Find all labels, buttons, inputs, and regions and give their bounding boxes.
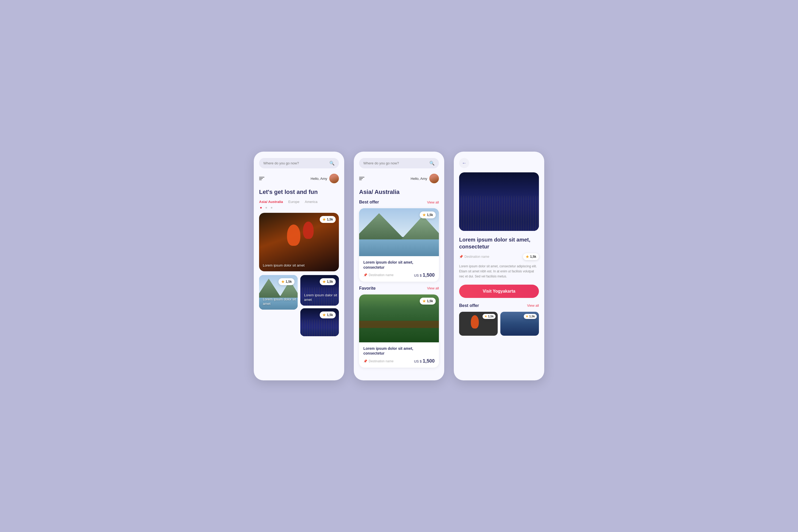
small-card-label-2: Lorem ipsum dalor sit amet xyxy=(304,293,339,302)
dot-3 xyxy=(271,207,272,209)
avatar-1 xyxy=(329,174,339,183)
dest-text-2: Destination name xyxy=(369,359,394,363)
hello-user-1: Hello, Amy xyxy=(311,174,339,183)
small-card-1[interactable]: ★ 1,5k Lorem ipsum dolor sit amet xyxy=(259,275,298,310)
favorite-card[interactable]: ★ 1,5k Lorem ipsum dolor sit amet, conse… xyxy=(359,294,439,367)
page-title-2: Asia/ Australia xyxy=(359,189,439,195)
offer-card-title-2: Lorem ipsum dolor sit amet, consectetur xyxy=(363,346,435,356)
hero-card-1[interactable]: ★ 1,5k Lorem ipsum dolor sit amet xyxy=(259,213,339,271)
greeting-1: Hello, Amy xyxy=(311,177,327,180)
phones-container: 🔍 Hello, Amy Let's get lost and fun Asia… xyxy=(254,152,544,380)
detail-hero-img xyxy=(459,172,539,231)
small-card-label-1: Lorem ipsum dolor sit amet xyxy=(263,297,298,306)
price-1: US $ 1,500 xyxy=(414,272,435,278)
visit-button[interactable]: Visit Yogyakarta xyxy=(459,285,539,298)
hero-badge-count: 1,5k xyxy=(327,217,333,221)
header-row-2: Hello, Amy xyxy=(359,174,439,183)
search-input-2[interactable] xyxy=(363,161,429,165)
favorite-view-all[interactable]: View all xyxy=(427,286,439,290)
hello-user-2: Hello, Amy xyxy=(411,174,439,183)
section-header-best: Best offer View all xyxy=(359,200,439,205)
bottom-card-1[interactable]: ★ 1,5k xyxy=(459,312,498,336)
small-badge-2: ★ 1,5k xyxy=(320,278,336,285)
detail-description: Lorem ipsum dolor sit amet, consectetur … xyxy=(459,264,539,279)
star-icon-hero: ★ xyxy=(322,217,326,222)
search-input-1[interactable] xyxy=(263,161,329,165)
tab-asia-australia[interactable]: Asia/ Australia xyxy=(259,200,283,205)
offer-badge-1: ★ 1,5k xyxy=(420,211,436,218)
offer-card-img-2: ★ 1,5k xyxy=(359,294,439,342)
best-offer-title-3: Best offer xyxy=(459,303,479,308)
small-badge-count-3: 1,5k xyxy=(327,313,333,317)
phone-1: 🔍 Hello, Amy Let's get lost and fun Asia… xyxy=(254,152,344,380)
price-label-2: US $ xyxy=(414,359,422,363)
search-bar-1[interactable]: 🔍 xyxy=(259,158,339,168)
small-card-3[interactable]: ★ 1,5k xyxy=(300,308,339,336)
phone-2: 🔍 Hello, Amy Asia/ Australia Best offer … xyxy=(354,152,444,380)
menu-icon-1[interactable] xyxy=(259,177,264,180)
offer-card-title-1: Lorem ipsum dolor sit amet, consectetur xyxy=(363,260,435,269)
avatar-2 xyxy=(429,174,439,183)
section-header-fav: Favorite View all xyxy=(359,286,439,291)
bottom-cards-row: ★ 1,5k ★ 1,5k xyxy=(459,312,539,336)
tab-europe[interactable]: Europe xyxy=(288,200,300,205)
detail-title: Lorem ipsum dolor sit amet, consectetur xyxy=(459,236,539,250)
search-icon-2: 🔍 xyxy=(429,161,435,166)
favorite-title: Favorite xyxy=(359,286,376,291)
price-value-2: 1,500 xyxy=(423,358,435,364)
small-badge-1: ★ 1,5k xyxy=(279,278,294,285)
dot-2 xyxy=(265,207,267,209)
offer-badge-count-2: 1,5k xyxy=(427,299,433,303)
category-tabs-1: Asia/ Australia Europe America xyxy=(259,200,339,205)
phone-3: ← Lorem ipsum dolor sit amet, consectetu… xyxy=(454,152,544,380)
small-cards-row-1: ★ 1,5k Lorem ipsum dolor sit amet ★ 1,5k… xyxy=(259,275,339,336)
detail-badge: ★ 1,5k xyxy=(523,253,539,260)
small-badge-count-2: 1,5k xyxy=(327,280,333,284)
offer-card-footer-1: 📌 Destination name US $ 1,500 xyxy=(363,272,435,278)
main-title-1: Let's get lost and fun xyxy=(259,189,339,195)
pin-icon-2: 📌 xyxy=(363,359,367,363)
back-arrow-icon: ← xyxy=(462,160,467,166)
price-value-1: 1,500 xyxy=(423,272,435,278)
best-offer-card[interactable]: ★ 1,5k Lorem ipsum dolor sit amet, conse… xyxy=(359,208,439,281)
offer-card-footer-2: 📌 Destination name US $ 1,500 xyxy=(363,358,435,364)
hero-card-badge-1: ★ 1,5k xyxy=(320,216,336,223)
greeting-2: Hello, Amy xyxy=(411,177,427,180)
dot-1 xyxy=(260,207,262,209)
small-card-2[interactable]: ★ 1,5k Lorem ipsum dalor sit amet xyxy=(300,275,339,306)
detail-badge-count: 1,5k xyxy=(530,255,536,259)
tab-america[interactable]: America xyxy=(305,200,318,205)
tab-dots-1 xyxy=(259,207,339,209)
hero-card-label-1: Lorem ipsum dolor sit amet xyxy=(263,263,305,268)
detail-dest-row: 📌 Destination name ★ 1,5k xyxy=(459,253,539,260)
best-offer-view-all-3[interactable]: View all xyxy=(527,304,539,307)
detail-pin-icon: 📌 xyxy=(459,255,463,259)
bottom-badge-count-1: 1,5k xyxy=(488,315,494,318)
header-row-1: Hello, Amy xyxy=(259,174,339,183)
offer-card-body-2: Lorem ipsum dolor sit amet, consectetur … xyxy=(359,342,439,367)
small-cards-right: ★ 1,5k Lorem ipsum dalor sit amet ★ 1,5k xyxy=(300,275,339,336)
best-offer-title: Best offer xyxy=(359,200,379,205)
best-offer-view-all[interactable]: View all xyxy=(427,200,439,204)
offer-badge-2: ★ 1,5k xyxy=(420,298,436,305)
destination-name-1: 📌 Destination name xyxy=(363,273,394,277)
detail-star-icon: ★ xyxy=(526,254,529,259)
section-header-best-3: Best offer View all xyxy=(459,303,539,308)
back-button[interactable]: ← xyxy=(459,158,469,168)
offer-card-img-1: ★ 1,5k xyxy=(359,208,439,256)
menu-icon-2[interactable] xyxy=(359,177,364,180)
pin-icon-1: 📌 xyxy=(363,273,367,277)
bottom-badge-count-2: 1,5k xyxy=(529,315,535,318)
small-badge-3: ★ 1,5k xyxy=(320,311,336,318)
offer-card-body-1: Lorem ipsum dolor sit amet, consectetur … xyxy=(359,256,439,281)
search-icon-1: 🔍 xyxy=(329,161,335,166)
search-bar-2[interactable]: 🔍 xyxy=(359,158,439,168)
offer-badge-count-1: 1,5k xyxy=(427,213,433,217)
destination-name-2: 📌 Destination name xyxy=(363,359,394,363)
price-label-1: US $ xyxy=(414,273,422,278)
detail-destination: 📌 Destination name xyxy=(459,255,489,259)
dest-text-1: Destination name xyxy=(369,273,394,277)
bottom-badge-1: ★ 1,5k xyxy=(482,314,496,319)
bottom-card-2[interactable]: ★ 1,5k xyxy=(500,312,539,336)
small-badge-count-1: 1,5k xyxy=(286,280,292,284)
